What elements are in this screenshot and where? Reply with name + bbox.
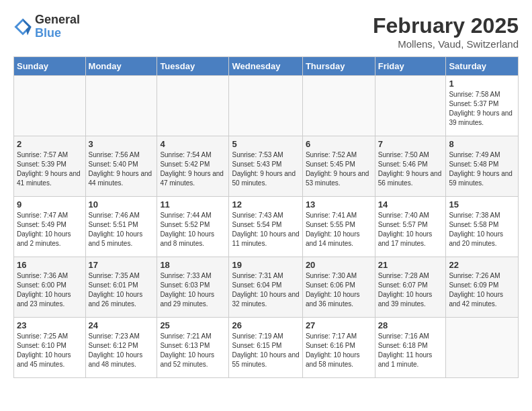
day-info: Sunrise: 7:49 AM Sunset: 5:48 PM Dayligh…	[449, 150, 515, 188]
calendar-cell: 27Sunrise: 7:17 AM Sunset: 6:16 PM Dayli…	[302, 318, 375, 378]
weekday-header-row: SundayMondayTuesdayWednesdayThursdayFrid…	[14, 57, 519, 76]
logo-text: General Blue	[35, 13, 80, 40]
day-info: Sunrise: 7:44 AM Sunset: 5:52 PM Dayligh…	[160, 211, 226, 248]
week-row-1: 2Sunrise: 7:57 AM Sunset: 5:39 PM Daylig…	[14, 136, 519, 197]
day-info: Sunrise: 7:36 AM Sunset: 6:00 PM Dayligh…	[17, 271, 83, 309]
calendar-cell	[157, 76, 229, 136]
day-info: Sunrise: 7:38 AM Sunset: 5:58 PM Dayligh…	[449, 211, 515, 248]
day-number: 8	[449, 139, 515, 149]
calendar-cell: 7Sunrise: 7:50 AM Sunset: 5:46 PM Daylig…	[375, 136, 446, 197]
day-number: 26	[232, 320, 299, 330]
day-number: 19	[232, 260, 299, 270]
calendar-cell: 15Sunrise: 7:38 AM Sunset: 5:58 PM Dayli…	[446, 197, 519, 257]
day-number: 15	[449, 199, 515, 210]
day-number: 6	[306, 139, 372, 149]
calendar-cell: 1Sunrise: 7:58 AM Sunset: 5:37 PM Daylig…	[446, 76, 519, 136]
day-number: 2	[17, 139, 83, 149]
calendar-cell: 13Sunrise: 7:41 AM Sunset: 5:55 PM Dayli…	[302, 197, 375, 257]
day-number: 27	[306, 320, 372, 330]
day-number: 22	[449, 260, 515, 270]
day-info: Sunrise: 7:41 AM Sunset: 5:55 PM Dayligh…	[306, 211, 372, 248]
calendar-cell: 14Sunrise: 7:40 AM Sunset: 5:57 PM Dayli…	[375, 197, 446, 257]
weekday-header-monday: Monday	[85, 57, 157, 76]
calendar-cell: 9Sunrise: 7:47 AM Sunset: 5:49 PM Daylig…	[14, 197, 86, 257]
weekday-header-saturday: Saturday	[446, 57, 519, 76]
day-info: Sunrise: 7:31 AM Sunset: 6:04 PM Dayligh…	[232, 271, 299, 309]
day-number: 25	[160, 320, 226, 330]
calendar-cell: 23Sunrise: 7:25 AM Sunset: 6:10 PM Dayli…	[14, 318, 86, 378]
day-number: 10	[89, 199, 154, 210]
week-row-2: 9Sunrise: 7:47 AM Sunset: 5:49 PM Daylig…	[14, 197, 519, 257]
day-number: 3	[89, 139, 154, 149]
header: General Blue February 2025 Mollens, Vaud…	[13, 13, 519, 50]
day-number: 9	[17, 199, 83, 210]
day-info: Sunrise: 7:40 AM Sunset: 5:57 PM Dayligh…	[378, 211, 443, 248]
calendar-cell: 11Sunrise: 7:44 AM Sunset: 5:52 PM Dayli…	[157, 197, 229, 257]
calendar-cell: 5Sunrise: 7:53 AM Sunset: 5:43 PM Daylig…	[229, 136, 302, 197]
calendar-cell: 8Sunrise: 7:49 AM Sunset: 5:48 PM Daylig…	[446, 136, 519, 197]
day-number: 21	[378, 260, 443, 270]
weekday-header-wednesday: Wednesday	[229, 57, 302, 76]
day-number: 5	[232, 139, 299, 149]
day-info: Sunrise: 7:28 AM Sunset: 6:07 PM Dayligh…	[378, 271, 443, 309]
day-info: Sunrise: 7:25 AM Sunset: 6:10 PM Dayligh…	[17, 332, 83, 369]
calendar-cell	[446, 318, 519, 378]
day-info: Sunrise: 7:52 AM Sunset: 5:45 PM Dayligh…	[306, 150, 372, 188]
day-info: Sunrise: 7:23 AM Sunset: 6:12 PM Dayligh…	[89, 332, 154, 369]
day-info: Sunrise: 7:43 AM Sunset: 5:54 PM Dayligh…	[232, 211, 299, 248]
week-row-3: 16Sunrise: 7:36 AM Sunset: 6:00 PM Dayli…	[14, 257, 519, 318]
day-info: Sunrise: 7:19 AM Sunset: 6:15 PM Dayligh…	[232, 332, 299, 369]
day-info: Sunrise: 7:21 AM Sunset: 6:13 PM Dayligh…	[160, 332, 226, 369]
week-row-4: 23Sunrise: 7:25 AM Sunset: 6:10 PM Dayli…	[14, 318, 519, 378]
calendar-cell: 18Sunrise: 7:33 AM Sunset: 6:03 PM Dayli…	[157, 257, 229, 318]
calendar-table: SundayMondayTuesdayWednesdayThursdayFrid…	[13, 56, 519, 378]
day-number: 28	[378, 320, 443, 330]
calendar-cell: 3Sunrise: 7:56 AM Sunset: 5:40 PM Daylig…	[85, 136, 157, 197]
day-number: 4	[160, 139, 226, 149]
calendar-cell: 21Sunrise: 7:28 AM Sunset: 6:07 PM Dayli…	[375, 257, 446, 318]
day-number: 20	[306, 260, 372, 270]
day-info: Sunrise: 7:30 AM Sunset: 6:06 PM Dayligh…	[306, 271, 372, 309]
day-number: 14	[378, 199, 443, 210]
day-number: 13	[306, 199, 372, 210]
day-info: Sunrise: 7:54 AM Sunset: 5:42 PM Dayligh…	[160, 150, 226, 188]
logo: General Blue	[13, 13, 80, 40]
calendar-cell: 4Sunrise: 7:54 AM Sunset: 5:42 PM Daylig…	[157, 136, 229, 197]
calendar-cell: 24Sunrise: 7:23 AM Sunset: 6:12 PM Dayli…	[85, 318, 157, 378]
calendar-cell: 19Sunrise: 7:31 AM Sunset: 6:04 PM Dayli…	[229, 257, 302, 318]
day-info: Sunrise: 7:16 AM Sunset: 6:18 PM Dayligh…	[378, 332, 443, 369]
day-number: 23	[17, 320, 83, 330]
calendar-cell: 28Sunrise: 7:16 AM Sunset: 6:18 PM Dayli…	[375, 318, 446, 378]
calendar-cell: 25Sunrise: 7:21 AM Sunset: 6:13 PM Dayli…	[157, 318, 229, 378]
calendar-cell	[229, 76, 302, 136]
day-info: Sunrise: 7:33 AM Sunset: 6:03 PM Dayligh…	[160, 271, 226, 309]
day-number: 16	[17, 260, 83, 270]
day-info: Sunrise: 7:53 AM Sunset: 5:43 PM Dayligh…	[232, 150, 299, 188]
calendar-cell: 20Sunrise: 7:30 AM Sunset: 6:06 PM Dayli…	[302, 257, 375, 318]
calendar-cell: 16Sunrise: 7:36 AM Sunset: 6:00 PM Dayli…	[14, 257, 86, 318]
day-number: 12	[232, 199, 299, 210]
calendar-cell: 12Sunrise: 7:43 AM Sunset: 5:54 PM Dayli…	[229, 197, 302, 257]
day-number: 17	[89, 260, 154, 270]
weekday-header-thursday: Thursday	[302, 57, 375, 76]
week-row-0: 1Sunrise: 7:58 AM Sunset: 5:37 PM Daylig…	[14, 76, 519, 136]
day-info: Sunrise: 7:35 AM Sunset: 6:01 PM Dayligh…	[89, 271, 154, 309]
day-info: Sunrise: 7:57 AM Sunset: 5:39 PM Dayligh…	[17, 150, 83, 188]
calendar-cell: 6Sunrise: 7:52 AM Sunset: 5:45 PM Daylig…	[302, 136, 375, 197]
day-info: Sunrise: 7:50 AM Sunset: 5:46 PM Dayligh…	[378, 150, 443, 188]
calendar-cell: 17Sunrise: 7:35 AM Sunset: 6:01 PM Dayli…	[85, 257, 157, 318]
day-info: Sunrise: 7:17 AM Sunset: 6:16 PM Dayligh…	[306, 332, 372, 369]
calendar-cell	[85, 76, 157, 136]
calendar-cell: 2Sunrise: 7:57 AM Sunset: 5:39 PM Daylig…	[14, 136, 86, 197]
day-number: 1	[449, 79, 515, 89]
calendar-cell: 22Sunrise: 7:26 AM Sunset: 6:09 PM Dayli…	[446, 257, 519, 318]
day-info: Sunrise: 7:46 AM Sunset: 5:51 PM Dayligh…	[89, 211, 154, 248]
calendar-cell: 10Sunrise: 7:46 AM Sunset: 5:51 PM Dayli…	[85, 197, 157, 257]
logo-icon	[13, 17, 32, 36]
calendar-cell	[302, 76, 375, 136]
day-info: Sunrise: 7:26 AM Sunset: 6:09 PM Dayligh…	[449, 271, 515, 309]
calendar-page: General Blue February 2025 Mollens, Vaud…	[0, 0, 532, 392]
calendar-cell	[14, 76, 86, 136]
calendar-cell	[375, 76, 446, 136]
month-title: February 2025	[373, 13, 519, 38]
